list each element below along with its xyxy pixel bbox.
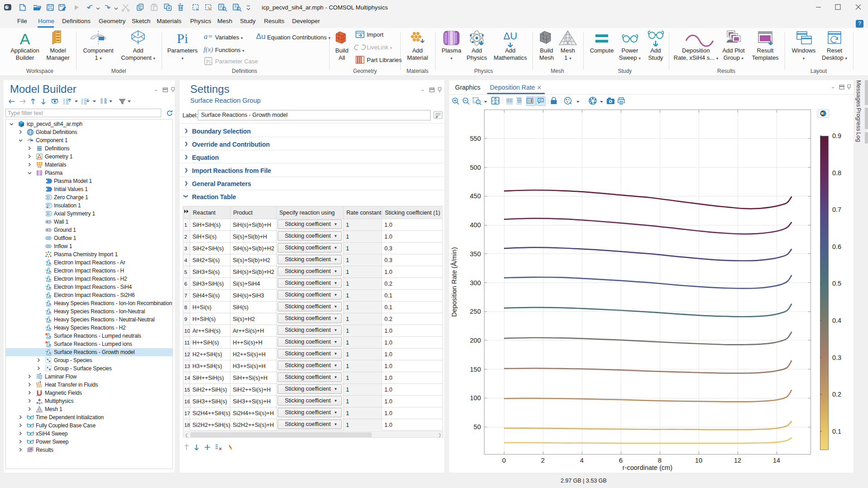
svg-text:a=: a= xyxy=(204,32,213,41)
svg-text:0.9: 0.9 xyxy=(832,132,841,139)
svg-text:Δu: Δu xyxy=(256,32,266,41)
svg-text:2: 2 xyxy=(541,457,545,464)
svg-text:0.2: 0.2 xyxy=(832,391,841,398)
svg-text:0.4: 0.4 xyxy=(832,317,841,324)
svg-text:0.1: 0.1 xyxy=(832,428,841,435)
svg-text:14: 14 xyxy=(773,457,780,464)
svg-text:A: A xyxy=(20,30,30,48)
svg-text:400: 400 xyxy=(470,221,481,229)
svg-text:0.5: 0.5 xyxy=(832,280,841,287)
svg-text:150: 150 xyxy=(470,366,481,373)
svg-text:12: 12 xyxy=(734,457,741,464)
svg-text:ΔU: ΔU xyxy=(504,30,518,42)
svg-text:500: 500 xyxy=(470,164,481,171)
svg-text:0: 0 xyxy=(502,457,506,464)
svg-text:550: 550 xyxy=(470,135,481,142)
svg-text:Deposition Rate (Å/min): Deposition Rate (Å/min) xyxy=(451,247,458,317)
svg-text:450: 450 xyxy=(470,192,481,200)
svg-text:250: 250 xyxy=(470,308,481,315)
svg-text:350: 350 xyxy=(470,250,481,258)
svg-text:50: 50 xyxy=(474,423,481,431)
svg-text:0.3: 0.3 xyxy=(832,354,841,361)
svg-text:r-coordinate (cm): r-coordinate (cm) xyxy=(623,464,672,471)
svg-text:300: 300 xyxy=(470,279,481,287)
svg-text:0.6: 0.6 xyxy=(832,243,841,250)
svg-text:Pi: Pi xyxy=(177,31,188,46)
svg-text:0.8: 0.8 xyxy=(832,169,841,177)
svg-text:0.7: 0.7 xyxy=(832,206,841,213)
svg-text:6: 6 xyxy=(619,457,623,464)
svg-text:4: 4 xyxy=(580,457,584,464)
svg-text:10: 10 xyxy=(695,457,702,464)
svg-text:100: 100 xyxy=(470,394,481,402)
svg-text:200: 200 xyxy=(470,337,481,344)
svg-text:8: 8 xyxy=(658,457,662,464)
